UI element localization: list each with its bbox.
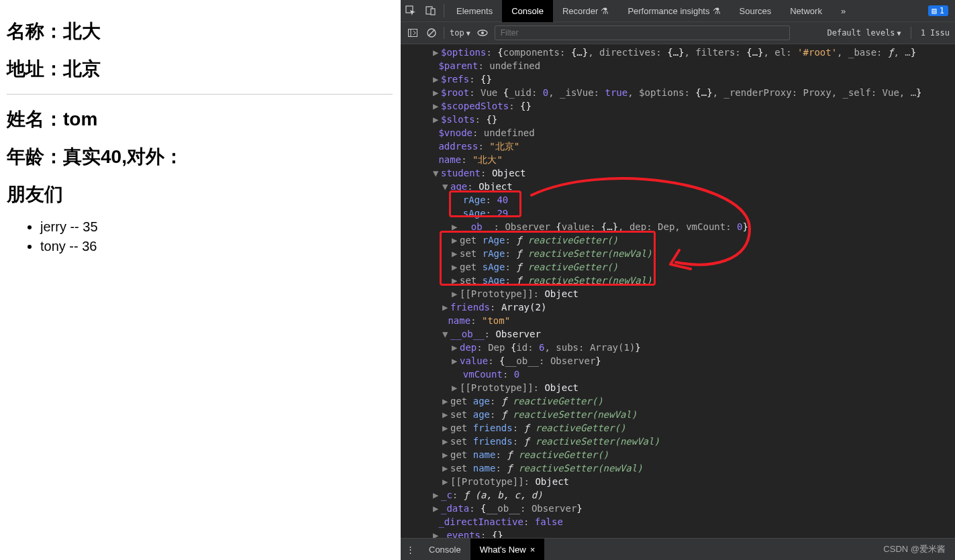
execution-context-selector[interactable]: top▼ <box>450 28 470 38</box>
svg-line-6 <box>429 30 434 36</box>
console-line[interactable]: ▶$options: {components: {…}, directives:… <box>401 46 955 59</box>
console-line[interactable]: ▶set friends: ƒ reactiveSetter(newVal) <box>401 435 955 448</box>
addr-label: 地址： <box>7 58 63 79</box>
console-line[interactable]: ▶$slots: {} <box>401 113 955 126</box>
issues-text[interactable]: 1 Issu <box>921 28 950 38</box>
log-levels-selector[interactable]: Default levels ▼ <box>827 28 901 38</box>
device-toggle-icon[interactable] <box>421 0 441 22</box>
age-heading: 年龄：真实40,对外： <box>7 144 394 170</box>
console-line[interactable]: ▶set sAge: ƒ reactiveSetter(newVal) <box>401 274 955 287</box>
console-line[interactable]: ▶get name: ƒ reactiveGetter() <box>401 448 955 461</box>
console-line[interactable]: ▶$root: Vue {_uid: 0, _isVue: true, $opt… <box>401 86 955 99</box>
sname-value: tom <box>63 109 97 129</box>
name-heading: 名称：北大 <box>7 19 394 44</box>
console-line[interactable]: ▼age: Object <box>401 180 955 193</box>
age-label: 年龄： <box>7 146 63 167</box>
console-line[interactable]: sAge: 29 <box>401 207 955 220</box>
student-name-heading: 姓名：tom <box>7 107 394 132</box>
console-line[interactable]: ▶set name: ƒ reactiveSetter(newVal) <box>401 461 955 475</box>
console-line[interactable]: ▶$refs: {} <box>401 72 955 86</box>
console-line[interactable]: rAge: 40 <box>401 193 955 207</box>
console-line[interactable]: vmCount: 0 <box>401 368 955 381</box>
watermark: CSDN @爱米酱 <box>883 543 955 555</box>
clear-console-icon[interactable] <box>425 26 438 40</box>
flask-icon: ⚗ <box>601 6 609 16</box>
drawer-tab-console[interactable]: Console <box>419 539 470 561</box>
console-line[interactable]: ▶value: {__ob__: Observer} <box>401 354 955 368</box>
friends-list: jerry -- 35 tony -- 36 <box>40 219 394 254</box>
chat-icon: ▤ <box>932 6 937 15</box>
console-line[interactable]: ▼student: Object <box>401 166 955 180</box>
list-item: tony -- 36 <box>40 239 394 254</box>
list-item: jerry -- 35 <box>40 219 394 235</box>
console-line[interactable]: ▶dep: Dep {id: 6, subs: Array(1)} <box>401 341 955 354</box>
console-line[interactable]: ▶[[Prototype]]: Object <box>401 381 955 394</box>
console-line[interactable]: name: "tom" <box>401 314 955 327</box>
console-line[interactable]: ▶set rAge: ƒ reactiveSetter(newVal) <box>401 247 955 260</box>
console-line[interactable]: ▶[[Prototype]]: Object <box>401 287 955 300</box>
console-line[interactable]: ▶get friends: ƒ reactiveGetter() <box>401 421 955 435</box>
tab-elements[interactable]: Elements <box>447 0 502 22</box>
address-heading: 地址：北京 <box>7 56 394 82</box>
console-line[interactable]: ▶$scopedSlots: {} <box>401 99 955 113</box>
drawer-tab-whatsnew[interactable]: What's New × <box>470 539 545 561</box>
console-line[interactable]: ▶get sAge: ƒ reactiveGetter() <box>401 260 955 274</box>
console-line[interactable]: ▶_events: {} <box>401 528 955 538</box>
console-line[interactable]: _directInactive: false <box>401 515 955 528</box>
addr-value: 北京 <box>63 58 101 79</box>
divider <box>7 94 393 95</box>
console-line[interactable]: ▶__ob__: Observer {value: {…}, dep: Dep,… <box>401 220 955 233</box>
sname-label: 姓名： <box>7 109 63 129</box>
svg-rect-2 <box>431 9 435 15</box>
name-label: 名称： <box>7 21 63 42</box>
console-line[interactable]: name: "北大" <box>401 153 955 166</box>
console-line[interactable]: $vnode: undefined <box>401 126 955 139</box>
tab-recorder[interactable]: Recorder ⚗ <box>553 0 618 22</box>
sidebar-toggle-icon[interactable] <box>406 26 419 40</box>
drawer-menu-icon[interactable]: ⋮ <box>401 545 419 555</box>
issues-badge[interactable]: ▤ 1 <box>928 5 948 16</box>
console-toolbar: top▼ Default levels ▼ 1 Issu <box>401 22 955 44</box>
filter-input[interactable] <box>495 25 790 40</box>
close-icon[interactable]: × <box>530 545 536 555</box>
inspect-icon[interactable] <box>401 0 421 22</box>
tab-more[interactable]: » <box>832 0 855 22</box>
flask-icon: ⚗ <box>713 6 721 16</box>
console-line[interactable]: ▶friends: Array(2) <box>401 300 955 314</box>
tab-sources[interactable]: Sources <box>730 0 781 22</box>
console-line[interactable]: ▶get rAge: ƒ reactiveGetter() <box>401 233 955 247</box>
console-line[interactable]: $parent: undefined <box>401 59 955 72</box>
friends-heading: 朋友们 <box>7 182 394 207</box>
console-line[interactable]: ▶_c: ƒ (a, b, c, d) <box>401 488 955 502</box>
console-line[interactable]: ▶_data: {__ob__: Observer} <box>401 502 955 515</box>
devtools-panel: Elements Console Recorder ⚗ Performance … <box>401 0 955 560</box>
console-line[interactable]: address: "北京" <box>401 139 955 153</box>
console-line[interactable]: ▶set age: ƒ reactiveSetter(newVal) <box>401 408 955 421</box>
tab-console[interactable]: Console <box>502 0 553 22</box>
console-line[interactable]: ▼__ob__: Observer <box>401 327 955 341</box>
age-value: 真实40,对外： <box>63 146 183 167</box>
console-output[interactable]: ▶$options: {components: {…}, directives:… <box>401 44 955 538</box>
console-line[interactable]: ▶[[Prototype]]: Object <box>401 475 955 488</box>
live-expression-icon[interactable] <box>476 26 489 40</box>
tab-network[interactable]: Network <box>781 0 832 22</box>
drawer-bar: ⋮ Console What's New × CSDN @爱米酱 <box>401 538 955 560</box>
console-line[interactable]: ▶get age: ƒ reactiveGetter() <box>401 394 955 408</box>
tab-performance-insights[interactable]: Performance insights ⚗ <box>618 0 730 22</box>
name-value: 北大 <box>63 21 101 42</box>
svg-point-8 <box>481 32 484 34</box>
app-viewport: 名称：北大 地址：北京 姓名：tom 年龄：真实40,对外： 朋友们 jerry… <box>0 0 401 560</box>
devtools-tab-bar: Elements Console Recorder ⚗ Performance … <box>401 0 955 22</box>
